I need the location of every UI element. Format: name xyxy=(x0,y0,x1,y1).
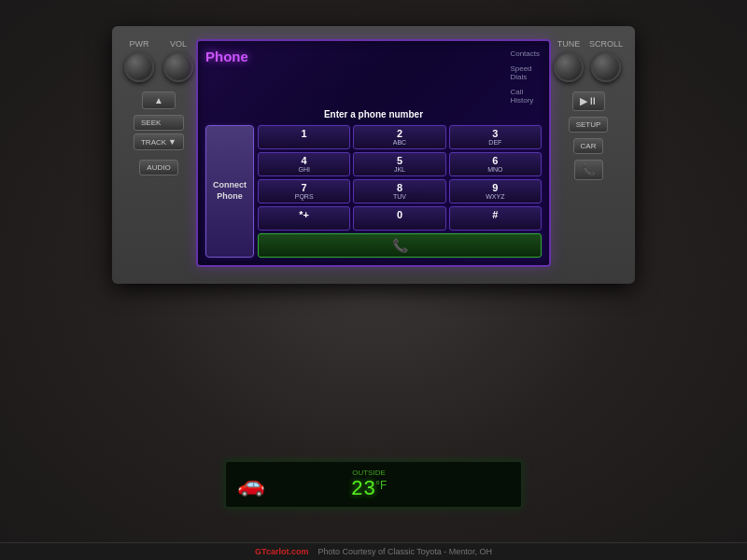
tune-scroll-row: TUNE SCROLL xyxy=(554,39,623,82)
connect-phone-label: ConnectPhone xyxy=(213,180,247,202)
key-3[interactable]: 3DEF xyxy=(449,125,542,149)
speed-dials-menu-item[interactable]: SpeedDials xyxy=(508,63,542,82)
left-controls: PWR VOL ▲ SEEK TRACK ▼ AUDIO xyxy=(121,39,196,175)
keypad-grid: 1 2ABC 3DEF 4GHI 5JKL 6MNO 7PQRS 8TUV xyxy=(258,125,542,258)
key-4[interactable]: 4GHI xyxy=(258,152,350,176)
outside-label: OUTSIDE xyxy=(351,468,388,478)
screen-wrapper: Phone Contacts SpeedDials CallHistory En… xyxy=(196,39,551,267)
hu-body: PWR VOL ▲ SEEK TRACK ▼ AUDIO xyxy=(112,26,635,284)
climate-display: 🚗 OUTSIDE 23°F xyxy=(224,460,523,509)
footer-bar: GTcarlot.com Photo Courtesy of Classic T… xyxy=(0,542,747,560)
key-0[interactable]: 0 xyxy=(353,206,445,231)
contacts-menu-item[interactable]: Contacts xyxy=(508,49,542,59)
connect-phone-button[interactable]: ConnectPhone xyxy=(205,125,254,258)
track-button[interactable]: TRACK ▼ xyxy=(134,133,184,150)
phone-title: Phone xyxy=(205,49,248,64)
play-pause-button[interactable]: ▶⏸ xyxy=(572,91,605,111)
pwr-group: PWR xyxy=(124,39,154,82)
key-8[interactable]: 8TUV xyxy=(353,179,445,203)
hu-top-row: PWR VOL ▲ SEEK TRACK ▼ AUDIO xyxy=(121,39,626,267)
climate-unit: °F xyxy=(375,479,387,492)
key-hash[interactable]: # xyxy=(449,206,542,231)
tune-knob[interactable] xyxy=(554,52,584,82)
key-2[interactable]: 2ABC xyxy=(353,125,445,149)
enter-prompt: Enter a phone number xyxy=(205,109,542,119)
seek-track-col: SEEK TRACK ▼ xyxy=(134,115,184,150)
head-unit-panel: PWR VOL ▲ SEEK TRACK ▼ AUDIO xyxy=(112,26,635,284)
seek-button[interactable]: SEEK xyxy=(134,115,184,131)
tune-group: TUNE xyxy=(554,39,584,82)
car-button[interactable]: CAR xyxy=(573,138,604,154)
setup-button[interactable]: SETUP xyxy=(569,117,609,133)
key-9[interactable]: 9WXYZ xyxy=(449,179,542,203)
pwr-vol-row: PWR VOL xyxy=(124,39,193,82)
scroll-label: SCROLL xyxy=(589,39,623,49)
scroll-group: SCROLL xyxy=(589,39,623,82)
climate-temperature: 23 xyxy=(351,478,375,501)
keypad-layout: ConnectPhone 1 2ABC 3DEF 4GHI 5JKL 6MNO xyxy=(205,125,542,258)
eject-button[interactable]: ▲ xyxy=(142,91,176,109)
tune-label: TUNE xyxy=(557,39,581,49)
climate-left: 🚗 xyxy=(237,471,265,497)
gtcarlot-logo: GTcarlot.com xyxy=(255,547,308,556)
pwr-label: PWR xyxy=(130,39,149,49)
page-wrapper: 2013 Toyota Prius Two Hybrid, Winter Gra… xyxy=(0,0,747,560)
car-silhouette-icon: 🚗 xyxy=(237,471,265,497)
phone-handset-button[interactable]: 📞 xyxy=(574,160,603,180)
right-controls: TUNE SCROLL ▶⏸ SETUP CAR 📞 xyxy=(551,39,626,180)
key-6[interactable]: 6MNO xyxy=(449,152,542,176)
audio-button[interactable]: AUDIO xyxy=(139,160,177,175)
photo-credit: Photo Courtesy of Classic Toyota - Mento… xyxy=(317,547,491,556)
vol-knob[interactable] xyxy=(163,52,193,82)
call-history-menu-item[interactable]: CallHistory xyxy=(508,87,542,105)
scroll-knob[interactable] xyxy=(591,52,621,82)
climate-temp-display: 23°F xyxy=(351,478,388,501)
key-1[interactable]: 1 xyxy=(258,125,350,149)
vol-group: VOL xyxy=(163,39,193,82)
key-7[interactable]: 7PQRS xyxy=(258,179,350,203)
pwr-knob[interactable] xyxy=(124,52,154,82)
phone-section: Phone xyxy=(205,49,248,64)
screen: Phone Contacts SpeedDials CallHistory En… xyxy=(196,39,551,267)
screen-top: Phone Contacts SpeedDials CallHistory xyxy=(205,49,542,105)
key-5[interactable]: 5JKL xyxy=(353,152,445,176)
key-star-plus[interactable]: *+ xyxy=(258,206,350,231)
climate-center: OUTSIDE 23°F xyxy=(351,468,388,501)
right-menu: Contacts SpeedDials CallHistory xyxy=(508,49,542,105)
call-button[interactable]: 📞 xyxy=(258,233,542,258)
vol-label: VOL xyxy=(170,39,187,49)
